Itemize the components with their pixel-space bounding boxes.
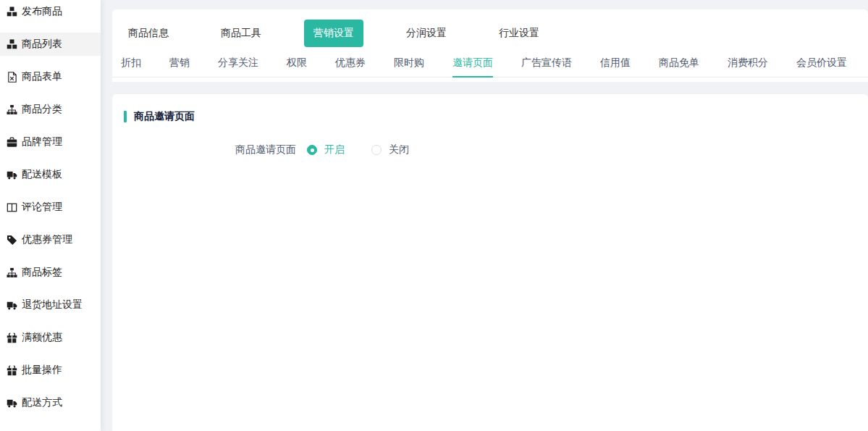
radio-selected-icon[interactable] xyxy=(307,145,317,155)
subtab-permission[interactable]: 权限 xyxy=(287,50,307,78)
sidebar: 发布商品商品列表商品表单商品分类品牌管理配送模板评论管理优惠券管理商品标签退货地… xyxy=(0,0,101,431)
subtab-share-follow[interactable]: 分享关注 xyxy=(218,50,258,78)
radio-option-label: 关闭 xyxy=(389,143,409,156)
truck-icon xyxy=(6,300,17,311)
sidebar-item-product-category[interactable]: 商品分类 xyxy=(0,98,101,121)
subtab-free-order[interactable]: 商品免单 xyxy=(659,50,699,78)
invite-page-radio-off[interactable]: 关闭 xyxy=(371,143,409,156)
sidebar-item-delivery-method[interactable]: 配送方式 xyxy=(0,391,101,414)
sidebar-item-label: 优惠券管理 xyxy=(22,233,72,246)
sidebar-item-product-list[interactable]: 商品列表 xyxy=(0,33,101,56)
app-root: 发布商品商品列表商品表单商品分类品牌管理配送模板评论管理优惠券管理商品标签退货地… xyxy=(0,0,868,431)
sidebar-item-return-address-settings[interactable]: 退货地址设置 xyxy=(0,293,101,317)
sidebar-item-label: 品牌管理 xyxy=(22,135,62,148)
file-excel-icon xyxy=(6,72,17,83)
settings-tabs-card: 商品信息商品工具营销设置分润设置行业设置 折扣营销分享关注权限优惠券限时购邀请页… xyxy=(112,9,868,82)
sidebar-item-label: 批量操作 xyxy=(22,364,62,377)
sidebar-item-label: 配送方式 xyxy=(22,396,62,409)
gift-icon xyxy=(6,365,17,376)
section-title: 商品邀请页面 xyxy=(134,110,195,123)
sidebar-item-comment-management[interactable]: 评论管理 xyxy=(0,196,101,219)
subtab-invite-page[interactable]: 邀请页面 xyxy=(452,50,493,78)
tab-product-info[interactable]: 商品信息 xyxy=(128,27,169,40)
section-header: 商品邀请页面 xyxy=(124,110,868,123)
sidebar-item-product-tag[interactable]: 商品标签 xyxy=(0,261,101,284)
cubes-icon xyxy=(6,7,17,17)
subtab-consume-points[interactable]: 消费积分 xyxy=(728,50,768,78)
subtab-flash-sale[interactable]: 限时购 xyxy=(394,50,424,78)
subtab-discount[interactable]: 折扣 xyxy=(121,50,141,78)
secondary-tabs: 折扣营销分享关注权限优惠券限时购邀请页面广告宣传语信用值商品免单消费积分会员价设… xyxy=(112,50,868,78)
sidebar-item-label: 商品列表 xyxy=(22,38,62,51)
subtab-member-price[interactable]: 会员价设置 xyxy=(796,50,847,78)
tag-icon xyxy=(6,235,17,246)
invite-page-form-row: 商品邀请页面 开启关闭 xyxy=(124,143,868,156)
sitemap-icon xyxy=(6,104,17,115)
section-accent-bar xyxy=(124,111,127,122)
tab-marketing-settings[interactable]: 营销设置 xyxy=(304,20,363,47)
subtab-credit-value[interactable]: 信用值 xyxy=(600,50,631,78)
sidebar-item-batch-operation[interactable]: 批量操作 xyxy=(0,359,101,382)
sidebar-item-label: 商品分类 xyxy=(22,103,62,116)
sidebar-item-product-form[interactable]: 商品表单 xyxy=(0,65,101,88)
sidebar-item-coupon-management[interactable]: 优惠券管理 xyxy=(0,228,101,251)
sidebar-item-brand-management[interactable]: 品牌管理 xyxy=(0,130,101,154)
columns-icon xyxy=(6,202,17,213)
sidebar-item-label: 商品标签 xyxy=(22,266,62,279)
content-card: 商品邀请页面 商品邀请页面 开启关闭 xyxy=(112,94,868,431)
sitemap-icon xyxy=(6,267,17,278)
truck-icon xyxy=(6,398,17,409)
main-area: 商品信息商品工具营销设置分润设置行业设置 折扣营销分享关注权限优惠券限时购邀请页… xyxy=(112,0,868,431)
sidebar-item-label: 评论管理 xyxy=(22,201,62,214)
subtab-coupon[interactable]: 优惠券 xyxy=(335,50,366,78)
sidebar-item-label: 配送模板 xyxy=(22,168,62,181)
sidebar-item-label: 发布商品 xyxy=(22,5,62,18)
radio-unselected-icon[interactable] xyxy=(371,145,382,155)
invite-page-radio-group: 开启关闭 xyxy=(307,143,436,156)
briefcase-icon xyxy=(6,137,17,148)
radio-option-label: 开启 xyxy=(324,143,345,156)
primary-tabs: 商品信息商品工具营销设置分润设置行业设置 xyxy=(112,20,868,47)
tab-profit-settings[interactable]: 分润设置 xyxy=(406,27,447,40)
sidebar-item-full-discount[interactable]: 满额优惠 xyxy=(0,326,101,349)
cubes-icon xyxy=(6,39,17,50)
gift-icon xyxy=(6,332,17,343)
tab-product-tools[interactable]: 商品工具 xyxy=(221,27,261,40)
truck-icon xyxy=(6,170,17,180)
subtab-marketing[interactable]: 营销 xyxy=(169,50,190,78)
invite-page-label: 商品邀请页面 xyxy=(124,143,296,156)
sidebar-item-label: 满额优惠 xyxy=(22,331,62,344)
subtab-ad-slogan[interactable]: 广告宣传语 xyxy=(521,50,572,78)
invite-page-radio-on[interactable]: 开启 xyxy=(307,143,345,156)
sidebar-item-label: 退货地址设置 xyxy=(22,298,83,311)
sidebar-item-publish-product[interactable]: 发布商品 xyxy=(0,0,101,23)
sidebar-item-delivery-template[interactable]: 配送模板 xyxy=(0,163,101,186)
tab-industry-settings[interactable]: 行业设置 xyxy=(499,27,539,40)
sidebar-item-label: 商品表单 xyxy=(22,70,62,83)
